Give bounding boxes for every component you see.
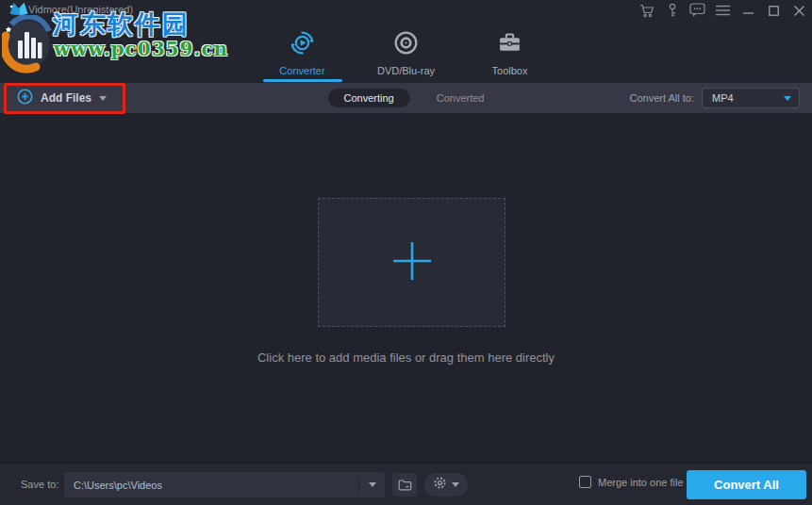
settings-button[interactable] bbox=[424, 473, 468, 497]
window-controls bbox=[634, 0, 812, 21]
merge-checkbox[interactable] bbox=[579, 476, 591, 488]
save-path-input[interactable] bbox=[64, 472, 358, 497]
app-window: Vidmore(Unregistered) bbox=[0, 0, 812, 505]
close-button[interactable] bbox=[787, 0, 812, 21]
save-path-box bbox=[64, 472, 385, 497]
convert-all-to-label: Convert All to: bbox=[630, 92, 694, 104]
header: Vidmore(Unregistered) bbox=[0, 0, 812, 83]
main-nav: Converter DVD/Blu-ray bbox=[0, 21, 812, 83]
save-to-label: Save to: bbox=[21, 479, 58, 490]
open-folder-button[interactable] bbox=[392, 473, 417, 497]
tab-dvd-bluray-label: DVD/Blu-ray bbox=[377, 65, 435, 76]
toolbar: Add Files Converting Converted Convert A… bbox=[0, 83, 812, 113]
convert-all-to-group: Convert All to: MP4 bbox=[630, 83, 800, 113]
merge-label: Merge into one file bbox=[598, 477, 684, 488]
vidmore-logo-icon bbox=[8, 1, 29, 20]
feedback-icon[interactable] bbox=[685, 0, 710, 21]
maximize-button[interactable] bbox=[761, 0, 787, 21]
footer-bar: Save to: Merge into on bbox=[0, 462, 812, 505]
menu-icon[interactable] bbox=[710, 0, 736, 21]
output-format-select[interactable]: MP4 bbox=[702, 88, 800, 108]
active-tab-underline bbox=[263, 79, 342, 82]
main-area: Click here to add media files or drag th… bbox=[0, 113, 812, 462]
tab-toolbox[interactable]: Toolbox bbox=[469, 21, 552, 83]
merge-into-one-file-toggle[interactable]: Merge into one file bbox=[579, 476, 684, 488]
chevron-down-icon bbox=[369, 482, 376, 487]
toolbox-icon bbox=[497, 30, 522, 59]
tab-dvd-bluray[interactable]: DVD/Blu-ray bbox=[365, 21, 448, 83]
media-dropzone[interactable] bbox=[318, 198, 505, 327]
tab-converted[interactable]: Converted bbox=[437, 92, 485, 104]
save-path-dropdown-button[interactable] bbox=[359, 472, 385, 497]
gear-icon bbox=[433, 476, 447, 494]
tab-converting[interactable]: Converting bbox=[328, 89, 410, 107]
window-title: Vidmore(Unregistered) bbox=[28, 4, 133, 15]
tab-converter-label: Converter bbox=[279, 65, 324, 76]
output-format-value: MP4 bbox=[712, 92, 734, 104]
minimize-button[interactable] bbox=[736, 0, 761, 21]
chevron-down-icon bbox=[452, 482, 459, 487]
convert-all-button[interactable]: Convert All bbox=[687, 470, 806, 499]
chevron-down-icon bbox=[784, 96, 791, 101]
tab-toolbox-label: Toolbox bbox=[492, 65, 528, 76]
cart-icon[interactable] bbox=[634, 0, 659, 21]
tab-converter[interactable]: Converter bbox=[261, 21, 344, 83]
plus-icon bbox=[390, 239, 434, 286]
titlebar: Vidmore(Unregistered) bbox=[0, 0, 812, 21]
converter-icon bbox=[290, 30, 315, 59]
dropzone-hint-text: Click here to add media files or drag th… bbox=[0, 350, 812, 365]
key-icon[interactable] bbox=[659, 0, 685, 21]
disc-icon bbox=[393, 30, 419, 59]
